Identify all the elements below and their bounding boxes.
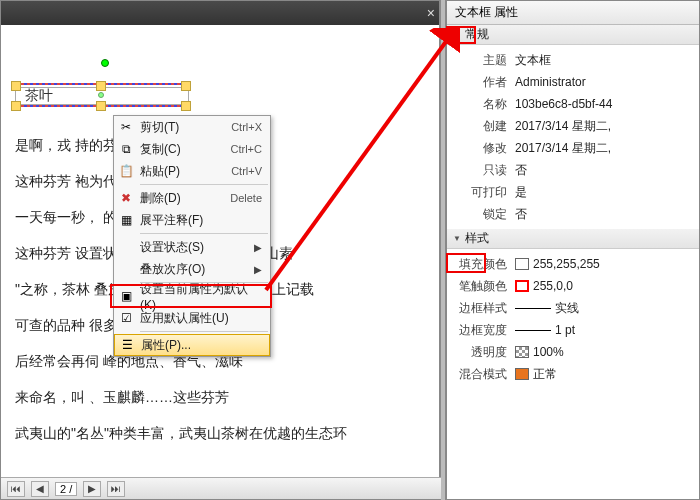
prop-modified: 修改2017/3/14 星期二, [453, 137, 693, 159]
ctx-shortcut: Ctrl+X [231, 121, 262, 133]
prop-strokecolor: 笔触颜色255,0,0 [453, 275, 693, 297]
prop-blend: 混合模式正常 [453, 363, 693, 385]
caret-down-icon: ▼ [453, 234, 461, 243]
copy-icon: ⧉ [118, 141, 134, 157]
cut-icon: ✂ [118, 119, 134, 135]
center-dot [98, 92, 104, 98]
ctx-flatten[interactable]: ▦ 展平注释(F) [114, 209, 270, 231]
ctx-properties[interactable]: ☰ 属性(P)... [114, 334, 270, 356]
document-area: 茶叶 是啊，戎 持的芬芳 这种芬芳 袍为代表的武夷岩茶， 一天每一秒， [1, 25, 439, 485]
prop-created: 创建2017/3/14 星期二, [453, 115, 693, 137]
ctx-cut[interactable]: ✂ 剪切(T) Ctrl+X [114, 116, 270, 138]
resize-handle-tl[interactable] [11, 81, 21, 91]
strokecolor-swatch[interactable] [515, 280, 529, 292]
prop-borderstyle: 边框样式实线 [453, 297, 693, 319]
body-line: 来命名，叫 、玉麒麟……这些芬芳 [15, 383, 433, 411]
flatten-icon: ▦ [118, 212, 134, 228]
ctx-label: 剪切(T) [140, 119, 225, 136]
resize-handle-bc[interactable] [96, 101, 106, 111]
paste-icon: 📋 [118, 163, 134, 179]
fillcolor-swatch[interactable] [515, 258, 529, 270]
blank-icon [118, 261, 134, 277]
bottom-bar: ⏮ ◀ 2 / ▶ ⏭ [1, 477, 441, 499]
chevron-right-icon: ▶ [254, 242, 262, 253]
chevron-right-icon: ▶ [254, 264, 262, 275]
ctx-set-default[interactable]: ▣ 设置当前属性为默认(K) [114, 285, 270, 307]
blend-swatch[interactable] [515, 368, 529, 380]
ctx-delete[interactable]: ✖ 删除(D) Delete [114, 187, 270, 209]
prop-locked: 锁定否 [453, 203, 693, 225]
prop-printable: 可打印是 [453, 181, 693, 203]
section-style[interactable]: ▼ 样式 [447, 229, 699, 249]
set-default-icon: ▣ [118, 288, 134, 304]
prop-borderwidth: 边框宽度1 pt [453, 319, 693, 341]
nav-next[interactable]: ▶ [83, 481, 101, 497]
document-panel: × 茶叶 是啊，戎 持的芬芳 这种芬芳 [0, 0, 440, 500]
ctx-apply-default[interactable]: ☑ 应用默认属性(U) [114, 307, 270, 329]
body-line: 武夷山的"名丛"种类丰富，武夷山茶树在优越的生态环 [15, 419, 433, 447]
ctx-sep [140, 233, 268, 234]
resize-handle-tr[interactable] [181, 81, 191, 91]
ctx-order[interactable]: 叠放次序(O) ▶ [114, 258, 270, 280]
page-indicator[interactable]: 2 / [55, 482, 77, 496]
ctx-label: 设置当前属性为默认(K) [140, 281, 262, 312]
line-sample [515, 330, 551, 331]
section-general[interactable]: ▼ 常规 [447, 25, 699, 45]
apply-default-icon: ☑ [118, 310, 134, 326]
ctx-label: 复制(C) [140, 141, 225, 158]
ctx-sep [140, 331, 268, 332]
ctx-label: 删除(D) [140, 190, 224, 207]
ctx-sep [140, 184, 268, 185]
caret-down-icon: ▼ [453, 30, 461, 39]
ctx-shortcut: Delete [230, 192, 262, 204]
opacity-swatch[interactable] [515, 346, 529, 358]
ctx-shortcut: Ctrl+V [231, 165, 262, 177]
nav-last[interactable]: ⏭ [107, 481, 125, 497]
properties-title: 文本框 属性 [447, 1, 699, 25]
panel-header: × [1, 1, 439, 25]
section-label: 常规 [465, 26, 489, 43]
prop-subject: 主题文本框 [453, 49, 693, 71]
ctx-shortcut: Ctrl+C [231, 143, 262, 155]
ctx-label: 叠放次序(O) [140, 261, 248, 278]
resize-handle-br[interactable] [181, 101, 191, 111]
rotation-handle[interactable] [101, 59, 109, 67]
ctx-label: 展平注释(F) [140, 212, 262, 229]
properties-panel: 文本框 属性 ▼ 常规 主题文本框 作者Administrator 名称103b… [446, 0, 700, 500]
blank-icon [118, 239, 134, 255]
properties-icon: ☰ [119, 337, 135, 353]
prop-readonly: 只读否 [453, 159, 693, 181]
prop-name: 名称103be6c8-d5bf-44 [453, 93, 693, 115]
prop-author: 作者Administrator [453, 71, 693, 93]
line-sample [515, 308, 551, 309]
ctx-label: 粘贴(P) [140, 163, 225, 180]
context-menu: ✂ 剪切(T) Ctrl+X ⧉ 复制(C) Ctrl+C 📋 粘贴(P) Ct… [113, 115, 271, 357]
nav-first[interactable]: ⏮ [7, 481, 25, 497]
delete-icon: ✖ [118, 190, 134, 206]
ctx-label: 应用默认属性(U) [140, 310, 262, 327]
textbox-content: 茶叶 [25, 87, 53, 105]
resize-handle-bl[interactable] [11, 101, 21, 111]
prop-fillcolor: 填充颜色255,255,255 [453, 253, 693, 275]
nav-prev[interactable]: ◀ [31, 481, 49, 497]
ctx-paste[interactable]: 📋 粘贴(P) Ctrl+V [114, 160, 270, 182]
ctx-state[interactable]: 设置状态(S) ▶ [114, 236, 270, 258]
ctx-label: 设置状态(S) [140, 239, 248, 256]
ctx-copy[interactable]: ⧉ 复制(C) Ctrl+C [114, 138, 270, 160]
resize-handle-tc[interactable] [96, 81, 106, 91]
general-rows: 主题文本框 作者Administrator 名称103be6c8-d5bf-44… [447, 45, 699, 229]
close-icon[interactable]: × [427, 5, 435, 21]
ctx-label: 属性(P)... [141, 337, 261, 354]
prop-opacity: 透明度100% [453, 341, 693, 363]
section-label: 样式 [465, 230, 489, 247]
style-rows: 填充颜色255,255,255 笔触颜色255,0,0 边框样式实线 边框宽度1… [447, 249, 699, 389]
